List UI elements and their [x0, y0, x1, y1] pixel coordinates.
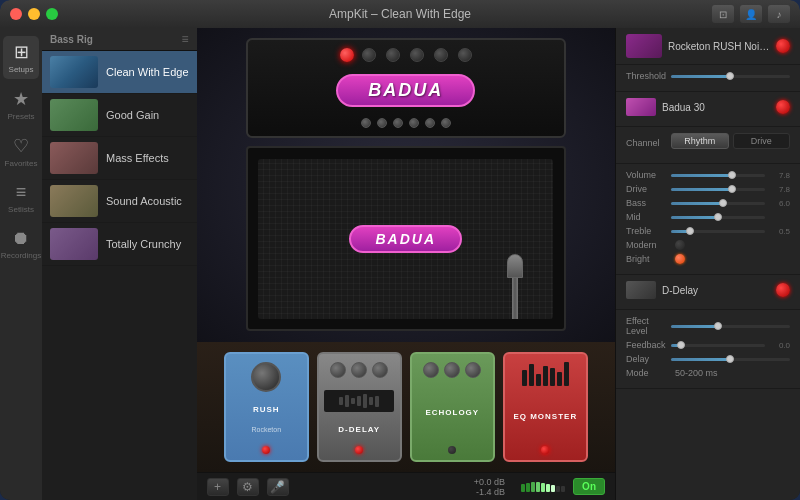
slider-handle[interactable] [728, 171, 736, 179]
pedal-knob[interactable] [465, 362, 481, 378]
modern-row: Modern [626, 240, 790, 250]
amp-device: Badua 30 [626, 98, 790, 116]
maximize-button[interactable] [46, 8, 58, 20]
channel-section: Channel Rhythm Drive [616, 127, 800, 164]
device-thumbnail [626, 34, 662, 58]
amp-knob[interactable] [386, 48, 400, 62]
bright-indicator[interactable] [675, 254, 685, 264]
on-button[interactable]: On [573, 478, 605, 495]
slider-fill [671, 75, 731, 78]
pedal-light [355, 446, 363, 454]
effect-sliders-section: Effect Level Feedback 0.0 Delay [616, 310, 800, 389]
channel-label-row: Channel Rhythm Drive [626, 133, 790, 153]
amp-small-knob[interactable] [425, 118, 435, 128]
amp-active-indicator[interactable] [776, 100, 790, 114]
list-item[interactable]: Good Gain [42, 94, 197, 137]
amp-small-knob[interactable] [361, 118, 371, 128]
close-button[interactable] [10, 8, 22, 20]
amp-knob[interactable] [434, 48, 448, 62]
amp-small-knob[interactable] [441, 118, 451, 128]
rhythm-button[interactable]: Rhythm [671, 133, 729, 149]
pedal-knob[interactable] [372, 362, 388, 378]
effect-level-slider[interactable] [671, 325, 790, 328]
feedback-slider[interactable] [671, 344, 765, 347]
pedal-knob[interactable] [330, 362, 346, 378]
eq-bar [529, 364, 534, 386]
favorites-icon: ♡ [13, 135, 29, 157]
list-item[interactable]: Sound Acoustic [42, 180, 197, 223]
slider-handle[interactable] [714, 322, 722, 330]
setups-list: Bass Rig ≡ Clean With Edge Good Gain Mas… [42, 28, 197, 500]
pedal-eq[interactable]: EQ MONSTER [503, 352, 588, 462]
pedal-knob[interactable] [423, 362, 439, 378]
sidebar-item-favorites[interactable]: ♡ Favorites [3, 130, 39, 173]
amp-cabinet-inner: BADUA [258, 159, 553, 319]
amp-knob-row [362, 48, 472, 62]
slider-handle[interactable] [726, 72, 734, 80]
amp-section: Badua 30 [616, 92, 800, 127]
amp-knob[interactable] [362, 48, 376, 62]
pedal-knob-main[interactable] [251, 362, 281, 392]
pedal-echology[interactable]: ECHOLOGY [410, 352, 495, 462]
center-bottom-bar: + ⚙ 🎤 +0.0 dB -1.4 dB [197, 472, 615, 500]
amp-cabinet: BADUA [246, 146, 566, 331]
pedal-knob[interactable] [351, 362, 367, 378]
threshold-slider[interactable] [671, 75, 790, 78]
music-icon[interactable]: ♪ [768, 5, 790, 23]
settings-button[interactable]: ⚙ [237, 478, 259, 496]
pedal-delay[interactable]: D-DELAY [317, 352, 402, 462]
section-menu-icon[interactable]: ≡ [182, 32, 189, 46]
slider-fill [671, 174, 732, 177]
delay-slider[interactable] [671, 358, 790, 361]
treble-slider[interactable] [671, 230, 765, 233]
pedal-light [541, 446, 549, 454]
sidebar-item-setups[interactable]: ⊞ Setups [3, 36, 39, 79]
sidebar-item-presets[interactable]: ★ Presets [3, 83, 39, 126]
modern-indicator[interactable] [675, 240, 685, 250]
meter-segment [546, 484, 550, 492]
amp-head-top [260, 48, 552, 62]
mic-button[interactable]: 🎤 [267, 478, 289, 496]
list-item[interactable]: Totally Crunchy [42, 223, 197, 266]
level-meter [521, 482, 565, 492]
mic-icon: 🎤 [270, 480, 285, 494]
amp-small-knob[interactable] [377, 118, 387, 128]
volume-slider[interactable] [671, 174, 765, 177]
bass-slider[interactable] [671, 202, 765, 205]
slider-handle[interactable] [714, 213, 722, 221]
amp-small-knob[interactable] [393, 118, 403, 128]
add-button[interactable]: + [207, 478, 229, 496]
eq-bar [564, 362, 569, 386]
pedal-name-label: EQ MONSTER [513, 412, 577, 421]
amp-knob[interactable] [410, 48, 424, 62]
device-active-indicator[interactable] [776, 39, 790, 53]
delay-row: Delay [626, 354, 790, 364]
amp-knob[interactable] [458, 48, 472, 62]
list-item[interactable]: Clean With Edge [42, 51, 197, 94]
amp-small-knob[interactable] [409, 118, 419, 128]
pedal-brand-label: RUSH [253, 405, 280, 414]
slider-handle[interactable] [719, 199, 727, 207]
mid-slider[interactable] [671, 216, 765, 219]
slider-handle[interactable] [726, 355, 734, 363]
slider-handle[interactable] [677, 341, 685, 349]
meter-segment [541, 483, 545, 492]
sidebar-item-setlists[interactable]: ≡ Setlists [3, 177, 39, 219]
drive-button[interactable]: Drive [733, 133, 791, 149]
slider-handle[interactable] [686, 227, 694, 235]
meter-segment [521, 484, 525, 492]
recordings-icon: ⏺ [12, 228, 30, 249]
list-item[interactable]: Mass Effects [42, 137, 197, 180]
pedal-knob[interactable] [444, 362, 460, 378]
drive-slider[interactable] [671, 188, 765, 191]
minimize-button[interactable] [28, 8, 40, 20]
meter-segment [526, 483, 530, 492]
sidebar-item-recordings[interactable]: ⏺ Recordings [3, 223, 39, 265]
slider-handle[interactable] [728, 185, 736, 193]
person-icon[interactable]: 👤 [740, 5, 762, 23]
pedal-rush[interactable]: RUSH Rocketon [224, 352, 309, 462]
meter-segment [551, 485, 555, 492]
eq-bar [536, 374, 541, 386]
share-icon[interactable]: ⊡ [712, 5, 734, 23]
effect-active-indicator[interactable] [776, 283, 790, 297]
